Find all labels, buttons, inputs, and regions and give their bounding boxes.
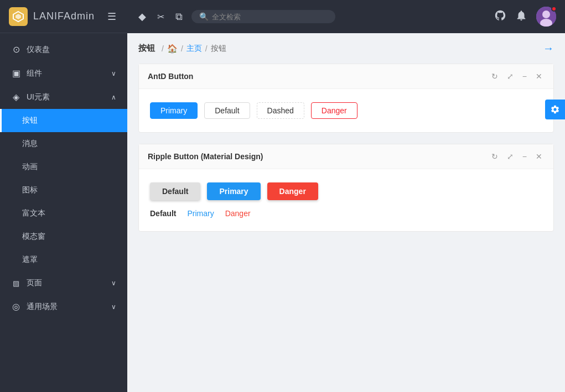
antd-card-body: Primary Default Dashed Danger xyxy=(139,89,553,132)
sidebar-item-label: 仪表盘 xyxy=(27,45,50,55)
ripple-default-button[interactable]: Default xyxy=(150,182,200,200)
refresh-button[interactable]: ↻ xyxy=(489,151,500,162)
ripple-text-default-button[interactable]: Default xyxy=(150,209,176,218)
search-input[interactable] xyxy=(212,13,328,21)
sidebar-item-ui-elements[interactable]: ◈ UI元素 ∧ xyxy=(0,85,127,109)
antd-card-header: AntD Button ↻ ⤢ − ✕ xyxy=(139,64,553,89)
ripple-primary-button[interactable]: Primary xyxy=(207,182,260,200)
ripple-text-button-group: Default Primary Danger xyxy=(150,209,542,218)
breadcrumb-link-home[interactable]: 主页 xyxy=(186,44,202,54)
diamond-icon[interactable]: ◆ xyxy=(136,8,148,25)
search-icon: 🔍 xyxy=(199,12,209,21)
scenarios-icon: ◎ xyxy=(11,301,21,312)
search-box: 🔍 xyxy=(191,10,335,23)
antd-card-title: AntD Button xyxy=(148,72,489,81)
dashboard-icon: ⊙ xyxy=(11,44,21,55)
sidebar-item-label: UI元素 xyxy=(27,92,50,102)
antd-button-card: AntD Button ↻ ⤢ − ✕ Primary Default Dash… xyxy=(138,64,554,133)
sidebar-item-components[interactable]: ▣ 组件 ∨ xyxy=(0,61,127,85)
ripple-filled-button-group: Default Primary Danger xyxy=(150,182,542,200)
avatar-wrap[interactable] xyxy=(536,7,556,27)
refresh-button[interactable]: ↻ xyxy=(489,71,500,82)
sidebar-item-modals[interactable]: 模态窗 xyxy=(0,225,127,248)
ripple-card-title: Ripple Button (Material Design) xyxy=(148,152,489,161)
exit-icon[interactable]: → xyxy=(543,42,554,55)
card-actions: ↻ ⤢ − ✕ xyxy=(489,151,545,162)
settings-float-button[interactable] xyxy=(545,100,565,119)
svg-marker-1 xyxy=(15,14,21,19)
close-button[interactable]: ✕ xyxy=(533,71,545,82)
content-area: 按钮 / 🏠 / 主页 / 按钮 → AntD Button ↻ ⤢ − ✕ xyxy=(127,33,565,392)
notification-icon[interactable] xyxy=(515,9,527,24)
topbar-right xyxy=(494,7,556,27)
home-icon[interactable]: 🏠 xyxy=(167,44,178,54)
page-title: 按钮 xyxy=(138,43,155,54)
sidebar-item-label: 富文本 xyxy=(22,208,45,218)
components-icon: ▣ xyxy=(11,68,21,79)
pages-icon: ▨ xyxy=(11,279,21,288)
breadcrumb: 按钮 / 🏠 / 主页 / 按钮 → xyxy=(138,42,554,55)
sidebar-navigation: ⊙ 仪表盘 ▣ 组件 ∨ ◈ UI元素 ∧ 按钮 消息 动画 图标 xyxy=(0,33,127,392)
ripple-danger-filled-button[interactable]: Danger xyxy=(267,182,318,200)
chevron-up-icon: ∧ xyxy=(111,93,116,101)
sidebar-item-icons[interactable]: 图标 xyxy=(0,179,127,202)
card-actions: ↻ ⤢ − ✕ xyxy=(489,71,545,82)
sidebar-item-label: 模态窗 xyxy=(22,232,45,242)
hamburger-button[interactable]: ☰ xyxy=(105,8,118,25)
ripple-card-body: Default Primary Danger Default Primary D… xyxy=(139,169,553,231)
ripple-text-danger-button[interactable]: Danger xyxy=(225,209,251,218)
sidebar-item-messages[interactable]: 消息 xyxy=(0,132,127,155)
svg-point-3 xyxy=(542,11,550,18)
ui-elements-icon: ◈ xyxy=(11,92,21,102)
sidebar-item-label: 通用场景 xyxy=(27,302,58,312)
ripple-card-header: Ripple Button (Material Design) ↻ ⤢ − ✕ xyxy=(139,144,553,169)
main-area: ◆ ✂ ⧉ 🔍 xyxy=(127,0,565,392)
sidebar-item-label: 消息 xyxy=(22,139,38,149)
sidebar: LANIFAdmin ☰ ⊙ 仪表盘 ▣ 组件 ∨ ◈ UI元素 ∧ 按钮 消息 xyxy=(0,0,127,392)
sidebar-item-label: 动画 xyxy=(22,162,38,172)
antd-dashed-button[interactable]: Dashed xyxy=(257,102,304,119)
sidebar-item-label: 图标 xyxy=(22,185,38,195)
expand-button[interactable]: ⤢ xyxy=(505,151,516,162)
minimize-button[interactable]: − xyxy=(520,71,529,82)
sidebar-item-pages[interactable]: ▨ 页面 ∨ xyxy=(0,271,127,295)
ripple-button-card: Ripple Button (Material Design) ↻ ⤢ − ✕ … xyxy=(138,144,554,232)
sidebar-item-buttons[interactable]: 按钮 xyxy=(0,109,127,132)
sidebar-item-animations[interactable]: 动画 xyxy=(0,155,127,179)
sidebar-item-scenarios[interactable]: ◎ 通用场景 ∨ xyxy=(0,295,127,318)
logo-icon xyxy=(9,7,28,26)
sidebar-item-label: 组件 xyxy=(27,69,42,79)
logo-text: LANIFAdmin xyxy=(33,11,95,22)
github-icon[interactable] xyxy=(494,9,506,24)
sidebar-item-dashboard[interactable]: ⊙ 仪表盘 xyxy=(0,38,127,61)
chevron-down-icon: ∨ xyxy=(111,70,116,77)
chevron-down-icon: ∨ xyxy=(111,279,116,287)
breadcrumb-current: 按钮 xyxy=(211,44,226,54)
notification-dot xyxy=(551,6,557,12)
antd-danger-button[interactable]: Danger xyxy=(311,102,357,119)
minimize-button[interactable]: − xyxy=(520,151,529,162)
antd-button-group: Primary Default Dashed Danger xyxy=(150,102,542,119)
sidebar-item-overlays[interactable]: 遮罩 xyxy=(0,248,127,271)
topbar: ◆ ✂ ⧉ 🔍 xyxy=(127,0,565,33)
sidebar-item-label: 遮罩 xyxy=(22,255,38,265)
copy-icon[interactable]: ⧉ xyxy=(173,9,185,25)
antd-default-button[interactable]: Default xyxy=(204,102,250,119)
chevron-down-icon: ∨ xyxy=(111,303,116,311)
scissors-icon[interactable]: ✂ xyxy=(155,9,167,24)
sidebar-logo: LANIFAdmin ☰ xyxy=(0,0,127,33)
sidebar-item-richtext[interactable]: 富文本 xyxy=(0,202,127,225)
antd-primary-button[interactable]: Primary xyxy=(150,102,198,119)
ripple-text-primary-button[interactable]: Primary xyxy=(187,209,214,218)
close-button[interactable]: ✕ xyxy=(533,151,545,162)
sidebar-item-label: 页面 xyxy=(27,278,42,288)
sidebar-item-label: 按钮 xyxy=(22,116,38,126)
expand-button[interactable]: ⤢ xyxy=(505,71,516,82)
